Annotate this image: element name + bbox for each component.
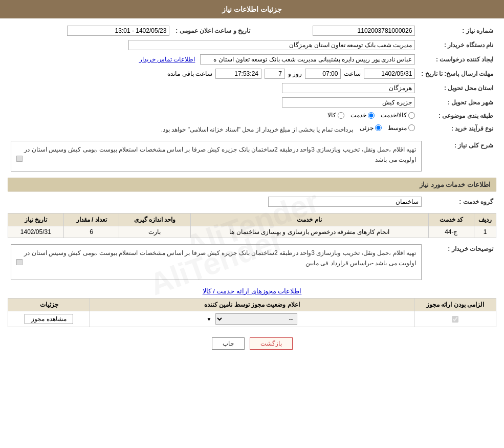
saat-mande-field: 17:53:24 — [215, 69, 261, 79]
col-radif: ردیف — [474, 214, 496, 226]
print-button[interactable]: چاپ — [212, 337, 245, 350]
tavazihat-table: توصیحات خریدار : AliTender تهیه اقلام ،ح… — [8, 242, 496, 282]
permits-row: -- ▼ مشاهده مجوز — [8, 311, 496, 327]
ostan-field: هرمزگان — [282, 83, 415, 93]
tavazihat-text: تهیه اقلام ،حمل ونقل، تخریب وبازسازی 3وا… — [24, 249, 416, 267]
saat-label: ساعت — [344, 70, 361, 77]
farayand-note: پرداخت تمام یا بخشی از مبلغ خریدار از مح… — [161, 125, 353, 133]
permit-details-cell: مشاهده مجوز — [8, 311, 90, 327]
service-info-title: اطلاعات خدمات مورد نیاز — [8, 178, 496, 191]
col-tedad: تعداد / مقدار — [63, 214, 119, 226]
sharh-koli-text: تهیه اقلام ،حمل ونقل، تخریب وبازسازی 3وا… — [24, 146, 416, 163]
ijad-konande-field: عباس نادری پور رییس دایره پشتیبانی مدیری… — [200, 54, 415, 65]
sharh-koli-table: شرح کلی نیاز : AliTender تهیه اقلام ،حمل… — [8, 139, 496, 174]
ijad-konande-value: عباس نادری پور رییس دایره پشتیبانی مدیری… — [8, 52, 418, 67]
mohlat-label: مهلت ارسال پاسخ: تا تاریخ : — [418, 67, 496, 81]
service-table-header: ردیف کد خدمت نام خدمت واحد اندازه گیری ت… — [8, 214, 496, 226]
shahr-field: جزیره کیش — [282, 97, 415, 108]
radio-jozii-label: جزئی — [360, 124, 374, 132]
radio-khedmat-input[interactable] — [368, 112, 375, 119]
cell-tarikh: 1402/05/31 — [8, 226, 64, 238]
radio-motavasset-label: متوسط — [388, 124, 407, 132]
permit-status-wrapper: -- ▼ — [94, 313, 410, 325]
roz-field: 7 — [265, 69, 285, 79]
tavazihat-label: توصیحات خریدار : — [425, 242, 496, 282]
col-details: جزئیات — [8, 298, 90, 311]
col-kod: کد خدمت — [428, 214, 474, 226]
grohe-khedmat-value: ساختمان — [8, 195, 425, 209]
sharh-koli-box: AliTender تهیه اقلام ،حمل ونقل، تخریب وب… — [11, 141, 422, 172]
permit-required-cell — [414, 311, 496, 327]
tabaqeh-radio-group: کالا/خدمت خدمت کالا — [327, 112, 415, 119]
radio-kala-khedmat-label: کالا/خدمت — [381, 112, 407, 119]
radio-khedmat[interactable]: خدمت — [350, 112, 375, 119]
radio-jozii[interactable]: جزئی — [360, 124, 382, 132]
permits-section-title: اطلاعات مجوزهای ارائه خدمت / کالا — [8, 287, 496, 295]
saat-baqi-label: ساعت باقی مانده — [167, 70, 212, 77]
nam-dastgah-label: نام دستگاه خریدار : — [418, 38, 496, 52]
resize-handle-2[interactable] — [16, 259, 23, 265]
tabaqeh-value: کالا/خدمت خدمت کالا — [8, 110, 418, 122]
resize-handle[interactable] — [16, 156, 23, 162]
noe-farayand-value: متوسط جزئی پرداخت تمام یا بخشی از مبلغ خ… — [8, 122, 418, 135]
ostan-row: استان محل تحویل : هرمزگان — [8, 81, 496, 95]
radio-motavasset-input[interactable] — [408, 124, 415, 131]
page-wrapper: جزئیات اطلاعات نیاز شماره نیاز : 1102003… — [0, 0, 504, 448]
radio-motavasset[interactable]: متوسط — [388, 124, 415, 132]
col-name: نام خدمت — [190, 214, 428, 226]
sharh-koli-value: AliTender تهیه اقلام ،حمل ونقل، تخریب وب… — [8, 139, 425, 174]
nam-dastgah-value: مدیریت شعب بانک توسعه تعاون استان هرمزگا… — [8, 38, 418, 52]
radio-kala-khedmat[interactable]: کالا/خدمت — [381, 112, 415, 119]
permits-table: الزامی بودن ارائه مجوز اعلام وضعیت مجوز … — [8, 298, 496, 327]
farayand-radio-group: متوسط جزئی — [360, 124, 415, 132]
page-title: جزئیات اطلاعات نیاز — [222, 5, 282, 13]
sharh-koli-label: شرح کلی نیاز : — [425, 139, 496, 174]
cell-name: انجام کارهای متفرقه درخصوص بازسازی و بهس… — [190, 226, 428, 238]
bottom-buttons: بازگشت چاپ — [8, 337, 496, 350]
back-button[interactable]: بازگشت — [250, 337, 293, 350]
radio-kala[interactable]: کالا — [327, 112, 344, 119]
shomare-niaz-value: 1102003781000026 — [253, 24, 418, 38]
radio-kala-khedmat-input[interactable] — [408, 112, 415, 119]
saat-pasokh-field: 07:00 — [305, 69, 341, 79]
ijad-konande-row: ایجاد کننده درخواست : عباس نادری پور ریی… — [8, 52, 496, 67]
shahr-value: جزیره کیش — [8, 95, 418, 110]
col-vahid: واحد اندازه گیری — [119, 214, 190, 226]
col-elzami: الزامی بودن ارائه مجوز — [414, 298, 496, 311]
col-tarikh: تاریخ نیاز — [8, 214, 64, 226]
nam-dastgah-row: نام دستگاه خریدار : مدیریت شعب بانک توسع… — [8, 38, 496, 52]
grohe-khedmat-field: ساختمان — [268, 197, 422, 207]
permit-required-checkbox — [452, 316, 458, 323]
grohe-khedmat-table: گروه خدمت : ساختمان — [8, 195, 496, 209]
radio-kala-input[interactable] — [338, 112, 344, 119]
table-row: 1 ج-44 انجام کارهای متفرقه درخصوص بازساز… — [8, 226, 496, 238]
tavazihat-row: توصیحات خریدار : AliTender تهیه اقلام ،ح… — [8, 242, 496, 282]
page-header: جزئیات اطلاعات نیاز — [0, 0, 504, 18]
roz-value-label: روز و — [288, 70, 302, 77]
contact-info-link[interactable]: اطلاعات تماس خریدار — [139, 56, 195, 63]
shomare-niaz-label: شماره نیاز : — [418, 24, 496, 38]
tabaqeh-row: طبقه بندی موضوعی : کالا/خدمت خدمت — [8, 110, 496, 122]
tarikh-pasokh-field: 1402/05/31 — [364, 69, 415, 79]
radio-kala-label: کالا — [327, 112, 336, 119]
ostan-label: استان محل تحویل : — [418, 81, 496, 95]
ostan-value: هرمزگان — [8, 81, 418, 95]
tavazihat-value: AliTender تهیه اقلام ،حمل ونقل، تخریب وب… — [8, 242, 425, 282]
grohe-khedmat-label: گروه خدمت : — [425, 195, 496, 209]
main-content: شماره نیاز : 1102003781000026 تاریخ و سا… — [0, 18, 504, 362]
permit-status-select[interactable]: -- — [215, 313, 297, 325]
nam-dastgah-field: مدیریت شعب بانک توسعه تعاون استان هرمزگا… — [128, 40, 415, 50]
cell-radif: 1 — [474, 226, 496, 238]
radio-jozii-input[interactable] — [375, 124, 382, 131]
view-permit-button[interactable]: مشاهده مجوز — [25, 314, 73, 324]
chevron-down-icon: ▼ — [207, 316, 212, 322]
sharh-koli-row: شرح کلی نیاز : AliTender تهیه اقلام ،حمل… — [8, 139, 496, 174]
tarikhAelan-value: 1402/05/23 - 13:01 — [8, 24, 172, 38]
main-info-table: شماره نیاز : 1102003781000026 تاریخ و سا… — [8, 24, 496, 135]
shahr-label: شهر محل تحویل : — [418, 95, 496, 110]
cell-tedad: 6 — [63, 226, 119, 238]
permits-header-row: الزامی بودن ارائه مجوز اعلام وضعیت مجوز … — [8, 298, 496, 311]
cell-vahid: بارت — [119, 226, 190, 238]
shomare-niaz-field: 1102003781000026 — [313, 26, 415, 36]
col-status: اعلام وضعیت مجوز توسط نامین کننده — [90, 298, 414, 311]
